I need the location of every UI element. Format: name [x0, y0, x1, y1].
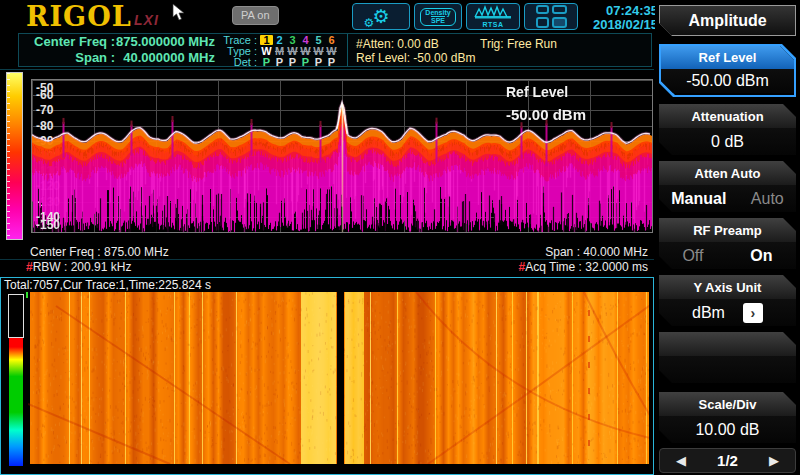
time-text: 07:24:35	[584, 4, 658, 18]
softkey-rf-preamp[interactable]: RF Preamp Off On	[659, 218, 796, 269]
ref-level-readout: Ref Level: -50.00 dBm	[356, 51, 475, 65]
lxi-logo: LXI	[134, 12, 159, 28]
mouse-cursor	[172, 3, 186, 21]
trigger-readout: Trig: Free Run	[480, 37, 557, 51]
analyzer-screen: RIGOL LXI PA on ⚙⚙ Density SPE RTSA 07:2…	[0, 0, 800, 475]
rtsa-mode-button[interactable]: RTSA	[466, 3, 520, 30]
span-label: Span :	[19, 50, 115, 66]
det-4: P	[299, 57, 312, 67]
trace-4-badge[interactable]: 4	[299, 35, 312, 45]
softkey-ref-level[interactable]: Ref Level -50.00 dBm	[659, 44, 796, 97]
type-1: W	[260, 46, 273, 56]
softkey-attenuation[interactable]: Attenuation 0 dB	[659, 104, 796, 155]
det-5: P	[312, 57, 325, 67]
center-freq-label: Center Freq :	[19, 34, 115, 50]
measurement-info-bar: Center Freq : 875.000000 MHz Span : 40.0…	[18, 33, 652, 67]
status-acq-time: #Acq Time : 32.0000 ms	[352, 261, 648, 274]
type-6: W	[325, 46, 338, 56]
layout-grid-icon	[536, 5, 567, 28]
span-value: 40.000000 MHz	[115, 50, 219, 66]
y-axis-tick: -150	[36, 219, 60, 231]
trace-3-badge[interactable]: 3	[286, 35, 299, 45]
atten-auto-auto-option[interactable]: Auto	[751, 190, 784, 208]
frequency-readout: Center Freq : 875.000000 MHz Span : 40.0…	[19, 34, 219, 66]
trace-6-badge[interactable]: 6	[325, 35, 338, 45]
softkey-atten-auto[interactable]: Atten Auto Manual Auto	[659, 161, 796, 212]
clock: 07:24:35 2018/02/15	[584, 4, 658, 32]
softkey-y-axis-unit[interactable]: Y Axis Unit dBm ›	[659, 275, 796, 326]
system-setup-button[interactable]: ⚙⚙	[352, 3, 410, 30]
page-prev-arrow[interactable]: ◀	[676, 453, 686, 468]
menu-pager: ◀ 1/2 ▶	[659, 448, 796, 473]
trace-1-badge[interactable]: 1	[260, 35, 273, 45]
det-3: P	[286, 57, 299, 67]
det-6: P	[325, 57, 338, 67]
rf-preamp-on-option[interactable]: On	[750, 247, 772, 265]
rigol-logo: RIGOL	[26, 1, 132, 32]
det-2: P	[273, 57, 286, 67]
page-next-arrow[interactable]: ▶	[769, 453, 779, 468]
status-center-freq: Center Freq : 875.00 MHz	[30, 246, 169, 259]
spectrogram-canvas	[28, 292, 649, 470]
type-3: W	[286, 46, 299, 56]
separator-line	[0, 69, 654, 70]
spectrogram-colorbar	[8, 294, 24, 470]
amplitude-readout: #Atten: 0.00 dB Ref Level: -50.00 dBm Tr…	[347, 34, 651, 66]
density-spectrogram-button[interactable]: Density SPE	[414, 3, 462, 30]
status-rbw: #RBW : 200.91 kHz	[26, 261, 131, 274]
atten-auto-manual-option[interactable]: Manual	[671, 190, 726, 208]
spectrogram-panel: Total:7057,Cur Trace:1,Time:225.824 s	[0, 277, 654, 475]
density-spe-icon: Density SPE	[420, 8, 455, 26]
softkey-menu: Amplitude Ref Level -50.00 dBm Attenuati…	[655, 0, 800, 475]
softkey-scale-div[interactable]: Scale/Div 10.00 dB	[659, 392, 796, 443]
trace-type-row: Type : W M W W W W	[219, 46, 347, 56]
softkey-blank	[659, 332, 796, 383]
date-text: 2018/02/15	[584, 18, 658, 32]
pa-on-button[interactable]: PA on	[232, 6, 279, 25]
center-freq-value: 875.000000 MHz	[115, 34, 219, 50]
status-span: Span : 40.000 MHz	[352, 246, 648, 259]
type-5: W	[312, 46, 325, 56]
rf-preamp-off-option[interactable]: Off	[682, 247, 703, 265]
type-2: M	[273, 46, 286, 56]
menu-title-amplitude: Amplitude	[659, 5, 796, 36]
trace-5-badge[interactable]: 5	[312, 35, 325, 45]
det-1: P	[260, 57, 273, 67]
trace-number-row: Trace : 1 2 3 4 5 6	[219, 35, 347, 45]
spectrogram-status-text: Total:7057,Cur Trace:1,Time:225.824 s	[4, 278, 211, 292]
atten-value: #Atten: 0.00 dB	[356, 37, 439, 51]
colorbar-range-box	[8, 294, 24, 338]
density-colorbar	[6, 72, 23, 240]
trace-2-badge[interactable]: 2	[273, 35, 286, 45]
spectrum-plot: -50-60-70-80-90-100-110-120-130-140-150 …	[31, 79, 653, 233]
display-layout-button[interactable]	[524, 3, 578, 30]
submenu-arrow-icon[interactable]: ›	[743, 303, 763, 323]
trace-status-table: Trace : 1 2 3 4 5 6 Type : W M W W W W D…	[219, 34, 347, 66]
page-indicator: 1/2	[717, 452, 738, 469]
gear-icon: ⚙⚙	[372, 7, 389, 26]
trace-detector-row: Det : P P P P P P	[219, 57, 347, 67]
rtsa-icon: RTSA	[473, 5, 513, 28]
type-4: W	[299, 46, 312, 56]
ref-level-annotation: Ref Level -50.00 dBm	[506, 84, 586, 123]
